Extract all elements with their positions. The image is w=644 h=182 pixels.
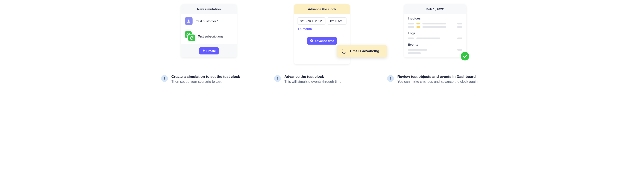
customer-label: Test customer 1 bbox=[196, 19, 219, 23]
step-number-badge: 1 bbox=[161, 75, 168, 82]
logs-section-title: Logs bbox=[404, 29, 466, 37]
step-2-column: Advance the clock Sat, Jan 1, 2022 12:00… bbox=[274, 4, 370, 84]
advancing-toast: Time is advancing... bbox=[337, 45, 387, 57]
plus-icon bbox=[202, 49, 205, 53]
event-row bbox=[404, 48, 466, 51]
clock-icon bbox=[310, 39, 313, 43]
step-title: Review test objects and events in Dashbo… bbox=[397, 75, 483, 79]
step-subtitle: This will simulate events through time. bbox=[284, 80, 370, 84]
subscriptions-label: Test subscriptions bbox=[198, 34, 223, 38]
advance-clock-card: Advance the clock Sat, Jan 1, 2022 12:00… bbox=[294, 4, 350, 64]
step-title: Create a simulation to set the test cloc… bbox=[171, 75, 257, 79]
card-title: Feb 1, 2022 bbox=[404, 4, 466, 14]
advance-button-label: Advance time bbox=[314, 39, 334, 43]
step-number-badge: 3 bbox=[387, 75, 394, 82]
log-row bbox=[404, 37, 466, 40]
step-1-description: 1 Create a simulation to set the test cl… bbox=[161, 75, 257, 84]
invoice-row bbox=[404, 22, 466, 25]
step-number-badge: 2 bbox=[274, 75, 281, 82]
create-button[interactable]: Create bbox=[199, 47, 219, 54]
step-subtitle: Then set up your scenario to test. bbox=[171, 80, 257, 84]
svg-point-0 bbox=[188, 19, 190, 21]
invoice-row bbox=[404, 25, 466, 29]
advance-time-button[interactable]: Advance time bbox=[307, 37, 337, 45]
step-subtitle: You can make changes and advance the clo… bbox=[397, 80, 483, 84]
step-3-description: 3 Review test objects and events in Dash… bbox=[387, 75, 483, 84]
create-button-label: Create bbox=[206, 49, 216, 53]
date-input[interactable]: Sat, Jan 1, 2022 bbox=[298, 17, 326, 25]
card-title: New simulation bbox=[181, 4, 237, 14]
time-input[interactable]: 12:00 AM bbox=[327, 17, 346, 25]
card-title: Advance the clock bbox=[294, 4, 350, 14]
subscriptions-row: Test subscriptions bbox=[181, 28, 237, 44]
toast-text: Time is advancing... bbox=[350, 49, 382, 53]
subscriptions-icon bbox=[185, 31, 195, 41]
step-2-description: 2 Advance the test clock This will simul… bbox=[274, 75, 370, 84]
dashboard-card: Feb 1, 2022 Invoices Logs Events bbox=[404, 4, 466, 57]
new-simulation-card: New simulation Test customer 1 bbox=[181, 4, 237, 57]
invoices-section-title: Invoices bbox=[404, 14, 466, 22]
card-footer: Create bbox=[181, 44, 237, 57]
customer-row: Test customer 1 bbox=[181, 14, 237, 28]
success-check-icon bbox=[461, 52, 469, 60]
step-1-column: New simulation Test customer 1 bbox=[161, 4, 257, 84]
step-title: Advance the test clock bbox=[284, 75, 370, 79]
interval-link[interactable]: + 1 month bbox=[294, 26, 350, 34]
spinner-icon bbox=[342, 49, 346, 54]
event-row bbox=[404, 51, 466, 57]
person-icon bbox=[185, 17, 192, 25]
step-3-column: Feb 1, 2022 Invoices Logs Events bbox=[387, 4, 483, 84]
events-section-title: Events bbox=[404, 40, 466, 48]
